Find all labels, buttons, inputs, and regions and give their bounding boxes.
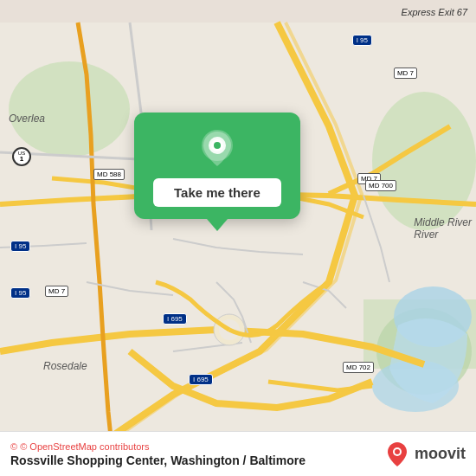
md7-top-badge: MD 7 [394, 68, 417, 79]
location-name: Rossville Shopping Center, Washington / … [10, 453, 306, 467]
md7-bottom-badge: MD 7 [45, 286, 68, 297]
md702-badge: MD 702 [343, 362, 374, 373]
i95-left-badge: I 95 [10, 241, 30, 252]
copyright-symbol: © [10, 441, 17, 452]
info-bar: © © OpenStreetMap contributors Rossville… [0, 431, 476, 476]
express-exit-label: Express Exit 67 [402, 7, 467, 17]
moovit-icon [383, 441, 411, 468]
us1-badge: US 1 [12, 147, 31, 166]
i695-1-badge: I 695 [163, 313, 187, 325]
i95-bottom-badge: I 95 [10, 287, 30, 299]
svg-point-1 [9, 61, 130, 157]
city-middle-river-label: Middle RiverRiver [414, 216, 472, 241]
popup-card: Take me there [134, 113, 300, 219]
city-rosedale-label: Rosedale [43, 360, 87, 372]
moovit-text: moovit [415, 445, 466, 463]
svg-point-12 [214, 142, 221, 149]
svg-point-2 [372, 92, 476, 230]
i695-2-badge: I 695 [189, 374, 213, 385]
city-overlea-label: Overlea [9, 113, 45, 125]
info-bar-left: © © OpenStreetMap contributors Rossville… [10, 441, 306, 467]
osm-credit: © © OpenStreetMap contributors [10, 441, 306, 452]
moovit-logo: moovit [383, 441, 466, 468]
md700-badge: MD 700 [365, 180, 396, 191]
map-container: Express Exit 67 Overlea Middle RiverRive… [0, 0, 476, 476]
take-me-there-button[interactable]: Take me there [153, 178, 281, 207]
md588-badge: MD 588 [93, 169, 125, 180]
svg-point-14 [395, 449, 400, 454]
i95-top-badge: I 95 [352, 35, 372, 46]
location-pin-icon [196, 128, 238, 170]
